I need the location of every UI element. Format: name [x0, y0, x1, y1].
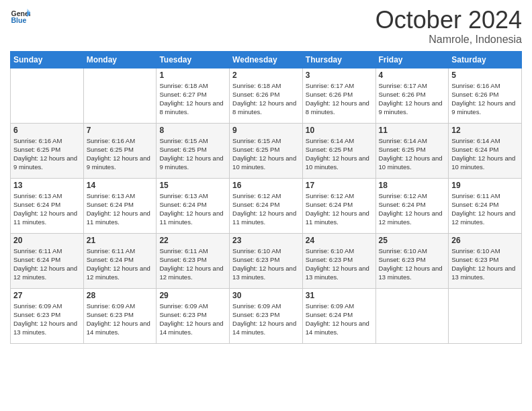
- day-info: Sunrise: 6:14 AMSunset: 6:25 PMDaylight:…: [306, 136, 373, 172]
- calendar-cell: 20Sunrise: 6:11 AMSunset: 6:24 PMDayligh…: [11, 233, 84, 288]
- calendar-cell: 1Sunrise: 6:18 AMSunset: 6:27 PMDaylight…: [157, 68, 230, 123]
- day-info: Sunrise: 6:16 AMSunset: 6:25 PMDaylight:…: [13, 136, 81, 172]
- day-info: Sunrise: 6:17 AMSunset: 6:26 PMDaylight:…: [306, 81, 373, 117]
- calendar-cell: 18Sunrise: 6:12 AMSunset: 6:24 PMDayligh…: [375, 178, 449, 233]
- day-number: 25: [379, 236, 446, 245]
- calendar: SundayMondayTuesdayWednesdayThursdayFrid…: [10, 51, 522, 344]
- day-info: Sunrise: 6:15 AMSunset: 6:25 PMDaylight:…: [159, 136, 226, 172]
- day-number: 27: [13, 291, 81, 300]
- day-info: Sunrise: 6:12 AMSunset: 6:24 PMDaylight:…: [379, 191, 446, 227]
- calendar-cell: 10Sunrise: 6:14 AMSunset: 6:25 PMDayligh…: [302, 123, 375, 178]
- calendar-cell: 6Sunrise: 6:16 AMSunset: 6:25 PMDaylight…: [11, 123, 84, 178]
- calendar-day-header: Saturday: [449, 51, 522, 68]
- calendar-day-header: Tuesday: [157, 51, 230, 68]
- calendar-day-header: Friday: [375, 51, 449, 68]
- day-number: 23: [232, 236, 300, 245]
- month-year: October 2024: [375, 7, 522, 34]
- location: Namrole, Indonesia: [375, 34, 522, 46]
- day-number: 10: [306, 126, 373, 135]
- day-info: Sunrise: 6:09 AMSunset: 6:23 PMDaylight:…: [159, 302, 226, 337]
- day-number: 9: [232, 126, 300, 135]
- calendar-cell: 4Sunrise: 6:17 AMSunset: 6:26 PMDaylight…: [375, 68, 449, 123]
- calendar-cell: 27Sunrise: 6:09 AMSunset: 6:23 PMDayligh…: [11, 288, 84, 343]
- day-info: Sunrise: 6:09 AMSunset: 6:23 PMDaylight:…: [232, 302, 300, 337]
- day-number: 6: [13, 126, 81, 135]
- calendar-cell: 7Sunrise: 6:16 AMSunset: 6:25 PMDaylight…: [83, 123, 157, 178]
- day-number: 17: [306, 181, 373, 190]
- day-info: Sunrise: 6:11 AMSunset: 6:24 PMDaylight:…: [87, 246, 154, 282]
- day-info: Sunrise: 6:18 AMSunset: 6:27 PMDaylight:…: [159, 81, 226, 117]
- svg-text:Blue: Blue: [11, 16, 27, 24]
- calendar-cell: 25Sunrise: 6:10 AMSunset: 6:23 PMDayligh…: [375, 233, 449, 288]
- day-number: 26: [451, 236, 519, 245]
- day-info: Sunrise: 6:10 AMSunset: 6:23 PMDaylight:…: [379, 246, 446, 282]
- calendar-week-row: 1Sunrise: 6:18 AMSunset: 6:27 PMDaylight…: [11, 68, 522, 123]
- calendar-cell: [375, 288, 449, 343]
- day-info: Sunrise: 6:12 AMSunset: 6:24 PMDaylight:…: [232, 191, 300, 227]
- day-number: 11: [379, 126, 446, 135]
- day-info: Sunrise: 6:17 AMSunset: 6:26 PMDaylight:…: [379, 81, 446, 117]
- day-number: 21: [87, 236, 154, 245]
- day-number: 7: [87, 126, 154, 135]
- day-info: Sunrise: 6:10 AMSunset: 6:23 PMDaylight:…: [232, 246, 300, 282]
- calendar-cell: [449, 288, 522, 343]
- calendar-week-row: 27Sunrise: 6:09 AMSunset: 6:23 PMDayligh…: [11, 288, 522, 343]
- calendar-day-header: Wednesday: [230, 51, 303, 68]
- day-info: Sunrise: 6:13 AMSunset: 6:24 PMDaylight:…: [87, 191, 154, 227]
- calendar-cell: 2Sunrise: 6:18 AMSunset: 6:26 PMDaylight…: [230, 68, 303, 123]
- day-info: Sunrise: 6:16 AMSunset: 6:25 PMDaylight:…: [87, 136, 154, 172]
- logo-icon: General Blue: [10, 7, 30, 27]
- calendar-header-row: SundayMondayTuesdayWednesdayThursdayFrid…: [11, 51, 522, 68]
- day-number: 13: [13, 181, 81, 190]
- day-info: Sunrise: 6:11 AMSunset: 6:24 PMDaylight:…: [451, 191, 519, 227]
- day-info: Sunrise: 6:14 AMSunset: 6:25 PMDaylight:…: [379, 136, 446, 172]
- day-number: 18: [379, 181, 446, 190]
- day-info: Sunrise: 6:13 AMSunset: 6:24 PMDaylight:…: [159, 191, 226, 227]
- calendar-week-row: 6Sunrise: 6:16 AMSunset: 6:25 PMDaylight…: [11, 123, 522, 178]
- day-number: 8: [159, 126, 226, 135]
- calendar-cell: 11Sunrise: 6:14 AMSunset: 6:25 PMDayligh…: [375, 123, 449, 178]
- title-block: October 2024 Namrole, Indonesia: [375, 7, 522, 46]
- logo: General Blue: [10, 7, 30, 27]
- calendar-week-row: 13Sunrise: 6:13 AMSunset: 6:24 PMDayligh…: [11, 178, 522, 233]
- day-info: Sunrise: 6:14 AMSunset: 6:24 PMDaylight:…: [451, 136, 519, 172]
- calendar-cell: 14Sunrise: 6:13 AMSunset: 6:24 PMDayligh…: [83, 178, 157, 233]
- calendar-cell: 17Sunrise: 6:12 AMSunset: 6:24 PMDayligh…: [302, 178, 375, 233]
- day-number: 31: [306, 291, 373, 300]
- day-number: 24: [306, 236, 373, 245]
- day-number: 1: [159, 71, 226, 80]
- calendar-cell: 13Sunrise: 6:13 AMSunset: 6:24 PMDayligh…: [11, 178, 84, 233]
- calendar-cell: 15Sunrise: 6:13 AMSunset: 6:24 PMDayligh…: [157, 178, 230, 233]
- calendar-cell: 28Sunrise: 6:09 AMSunset: 6:23 PMDayligh…: [83, 288, 157, 343]
- day-info: Sunrise: 6:11 AMSunset: 6:23 PMDaylight:…: [159, 246, 226, 282]
- day-number: 14: [87, 181, 154, 190]
- calendar-cell: 3Sunrise: 6:17 AMSunset: 6:26 PMDaylight…: [302, 68, 375, 123]
- calendar-cell: 21Sunrise: 6:11 AMSunset: 6:24 PMDayligh…: [83, 233, 157, 288]
- calendar-day-header: Thursday: [302, 51, 375, 68]
- calendar-cell: 9Sunrise: 6:15 AMSunset: 6:25 PMDaylight…: [230, 123, 303, 178]
- calendar-cell: 31Sunrise: 6:09 AMSunset: 6:24 PMDayligh…: [302, 288, 375, 343]
- calendar-cell: [11, 68, 84, 123]
- calendar-cell: 30Sunrise: 6:09 AMSunset: 6:23 PMDayligh…: [230, 288, 303, 343]
- day-info: Sunrise: 6:09 AMSunset: 6:23 PMDaylight:…: [87, 302, 154, 337]
- day-info: Sunrise: 6:10 AMSunset: 6:23 PMDaylight:…: [306, 246, 373, 282]
- calendar-cell: 19Sunrise: 6:11 AMSunset: 6:24 PMDayligh…: [449, 178, 522, 233]
- day-number: 20: [13, 236, 81, 245]
- day-info: Sunrise: 6:13 AMSunset: 6:24 PMDaylight:…: [13, 191, 81, 227]
- calendar-day-header: Monday: [83, 51, 157, 68]
- day-info: Sunrise: 6:15 AMSunset: 6:25 PMDaylight:…: [232, 136, 300, 172]
- day-info: Sunrise: 6:11 AMSunset: 6:24 PMDaylight:…: [13, 246, 81, 282]
- day-info: Sunrise: 6:12 AMSunset: 6:24 PMDaylight:…: [306, 191, 373, 227]
- day-number: 19: [451, 181, 519, 190]
- calendar-cell: 12Sunrise: 6:14 AMSunset: 6:24 PMDayligh…: [449, 123, 522, 178]
- day-info: Sunrise: 6:16 AMSunset: 6:26 PMDaylight:…: [451, 81, 519, 117]
- day-info: Sunrise: 6:10 AMSunset: 6:23 PMDaylight:…: [451, 246, 519, 282]
- calendar-cell: 8Sunrise: 6:15 AMSunset: 6:25 PMDaylight…: [157, 123, 230, 178]
- day-number: 2: [232, 71, 300, 80]
- day-number: 5: [451, 71, 519, 80]
- day-info: Sunrise: 6:18 AMSunset: 6:26 PMDaylight:…: [232, 81, 300, 117]
- calendar-week-row: 20Sunrise: 6:11 AMSunset: 6:24 PMDayligh…: [11, 233, 522, 288]
- day-number: 29: [159, 291, 226, 300]
- day-number: 30: [232, 291, 300, 300]
- calendar-cell: 5Sunrise: 6:16 AMSunset: 6:26 PMDaylight…: [449, 68, 522, 123]
